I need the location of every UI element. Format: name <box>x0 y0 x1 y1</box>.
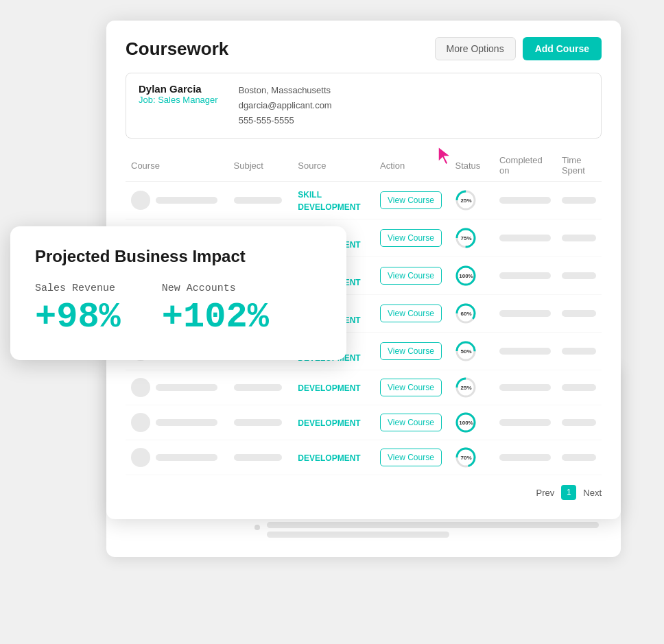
completed-cell <box>494 257 556 295</box>
view-course-button[interactable]: View Course <box>380 379 442 396</box>
view-course-button[interactable]: View Course <box>380 305 442 322</box>
view-course-button[interactable]: View Course <box>380 414 442 431</box>
source-link[interactable]: DEVELOPMENT <box>298 383 360 393</box>
action-cell: View Course <box>375 370 449 405</box>
col-header-action: Action <box>375 151 449 182</box>
status-cell: 25% <box>449 182 493 219</box>
table-row: SKILL DEVELOPMENTView Course 25% <box>126 182 602 219</box>
user-job-title: Sales Manager <box>158 95 217 105</box>
progress-circle: 100% <box>455 412 477 433</box>
new-accounts-value: +102% <box>162 300 269 335</box>
completed-bar <box>499 419 551 426</box>
table-row: DEVELOPMENTView Course 100% <box>126 405 602 440</box>
coaching-line <box>267 522 599 528</box>
status-cell: 50% <box>449 333 493 370</box>
user-name: Dylan Garcia <box>139 83 218 95</box>
action-cell: View Course <box>375 295 449 333</box>
subject-bar <box>234 197 282 204</box>
time-cell <box>556 440 602 475</box>
course-circle <box>131 378 150 397</box>
action-cell: View Course <box>375 182 449 219</box>
action-cell: View Course <box>375 440 449 475</box>
course-cell <box>126 370 228 405</box>
view-course-button[interactable]: View Course <box>380 342 442 360</box>
header-buttons: More Options Add Course <box>435 37 602 60</box>
time-bar <box>562 235 596 241</box>
completed-cell <box>494 295 556 333</box>
card-header: Coursework More Options Add Course <box>126 37 602 60</box>
progress-label: 100% <box>459 273 473 279</box>
time-bar <box>562 272 596 279</box>
col-header-completed: Completed on <box>494 151 556 182</box>
course-cell <box>126 405 228 440</box>
action-cell: View Course <box>375 257 449 295</box>
user-contact: Boston, Massachusetts dgarcia@applicant.… <box>239 83 332 128</box>
next-button[interactable]: Next <box>583 488 602 498</box>
course-bar <box>156 419 217 426</box>
col-header-status: Status <box>449 151 493 182</box>
completed-bar <box>499 454 551 461</box>
subject-cell <box>228 405 293 440</box>
user-job: Job: Sales Manager <box>139 95 218 105</box>
view-course-button[interactable]: View Course <box>380 267 442 285</box>
more-options-button[interactable]: More Options <box>435 37 516 60</box>
sales-revenue-label: Sales Revenue <box>35 283 121 294</box>
progress-circle: 60% <box>455 302 477 324</box>
subject-cell <box>228 182 293 219</box>
progress-label: 25% <box>460 385 471 391</box>
coaching-dot <box>254 525 260 530</box>
course-bar <box>156 454 217 461</box>
progress-label: 25% <box>460 198 471 204</box>
col-header-subject: Subject <box>228 151 293 182</box>
time-cell <box>556 257 602 295</box>
user-location: Boston, Massachusetts <box>239 83 332 98</box>
view-course-button[interactable]: View Course <box>380 191 442 209</box>
source-link[interactable]: DEVELOPMENT <box>298 418 360 428</box>
subject-bar <box>234 454 282 461</box>
progress-circle: 50% <box>455 340 477 362</box>
action-cell: View Course <box>375 219 449 257</box>
course-cell <box>126 182 228 219</box>
subject-cell <box>228 440 293 475</box>
time-cell <box>556 370 602 405</box>
completed-cell <box>494 219 556 257</box>
status-cell: 75% <box>449 219 493 257</box>
page-number[interactable]: 1 <box>561 485 576 500</box>
time-cell <box>556 219 602 257</box>
time-bar <box>562 348 596 355</box>
completed-cell <box>494 370 556 405</box>
source-cell: DEVELOPMENT <box>292 370 375 405</box>
course-bar <box>156 384 217 391</box>
source-cell: DEVELOPMENT <box>292 405 375 440</box>
user-info-box: Dylan Garcia Job: Sales Manager Boston, … <box>126 73 602 139</box>
completed-bar <box>499 310 551 317</box>
user-phone: 555-555-5555 <box>239 113 332 128</box>
time-bar <box>562 384 596 391</box>
status-cell: 70% <box>449 440 493 475</box>
time-bar <box>562 419 596 426</box>
view-course-button[interactable]: View Course <box>380 449 442 466</box>
add-course-button[interactable]: Add Course <box>523 37 602 60</box>
prev-button[interactable]: Prev <box>536 488 555 498</box>
completed-bar <box>499 348 551 355</box>
course-circle <box>131 191 150 210</box>
completed-bar <box>499 272 551 279</box>
source-cell: DEVELOPMENT <box>292 440 375 475</box>
completed-bar <box>499 235 551 241</box>
course-bar <box>156 197 217 204</box>
new-accounts-metric: New Accounts +102% <box>162 283 269 335</box>
course-cell <box>126 440 228 475</box>
progress-label: 50% <box>460 348 471 355</box>
source-link[interactable]: SKILL DEVELOPMENT <box>298 190 360 212</box>
status-cell: 100% <box>449 257 493 295</box>
progress-label: 100% <box>459 420 473 426</box>
source-link[interactable]: DEVELOPMENT <box>298 453 360 463</box>
view-course-button[interactable]: View Course <box>380 229 442 247</box>
time-cell <box>556 405 602 440</box>
user-name-section: Dylan Garcia Job: Sales Manager <box>139 83 218 105</box>
time-bar <box>562 197 596 204</box>
subject-bar <box>234 419 282 426</box>
progress-circle: 25% <box>455 189 477 211</box>
progress-circle: 100% <box>455 265 477 287</box>
sales-revenue-metric: Sales Revenue +98% <box>35 283 121 335</box>
